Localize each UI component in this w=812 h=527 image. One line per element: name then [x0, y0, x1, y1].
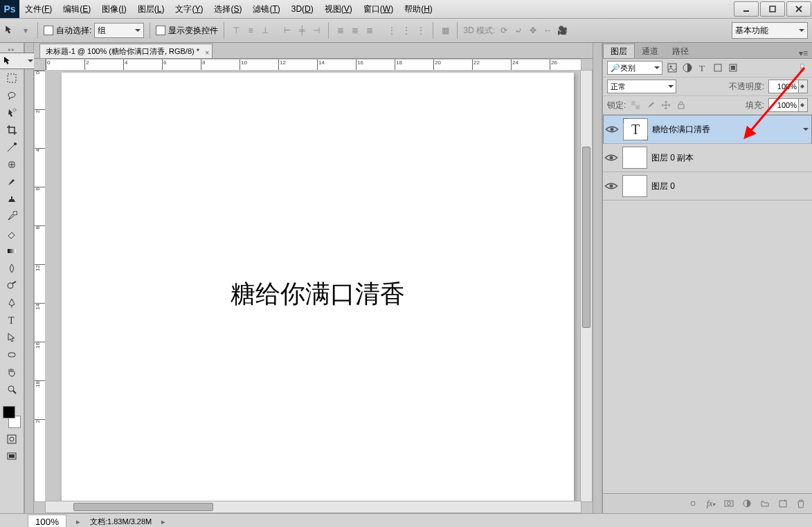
lock-position-icon[interactable]: [660, 100, 671, 111]
zoom-icon[interactable]: 🎥: [556, 24, 568, 37]
vertical-scroll-thumb[interactable]: [582, 147, 590, 328]
distribute-top-icon[interactable]: ≣: [334, 24, 347, 37]
filter-toggle[interactable]: [797, 62, 808, 73]
distribute-right-icon[interactable]: ⋮: [415, 24, 427, 37]
new-layer-icon[interactable]: [777, 498, 788, 509]
maximize-button[interactable]: [760, 1, 785, 17]
blur-tool[interactable]: [2, 260, 21, 277]
auto-select-target[interactable]: 组: [94, 23, 144, 38]
align-top-icon[interactable]: ⊤: [230, 24, 242, 37]
horizontal-scrollbar[interactable]: [45, 501, 581, 513]
distribute-left-icon[interactable]: ⋮: [386, 24, 398, 37]
eraser-tool[interactable]: [2, 225, 21, 242]
auto-select-checkbox[interactable]: 自动选择:: [44, 25, 91, 37]
eyedropper-tool[interactable]: [2, 139, 21, 156]
filter-pixel-icon[interactable]: [667, 62, 678, 73]
marquee-tool[interactable]: [2, 70, 21, 86]
layer-name[interactable]: 图层 0: [651, 181, 675, 192]
path-select-tool[interactable]: [2, 329, 21, 346]
move-tool[interactable]: [0, 53, 37, 69]
tools-grip[interactable]: ▸▸: [0, 46, 24, 53]
quick-select-tool[interactable]: [2, 104, 21, 121]
visibility-toggle[interactable]: [605, 122, 619, 136]
collapsed-panel-left[interactable]: [24, 43, 34, 513]
tab-layers[interactable]: 图层: [603, 44, 635, 58]
close-tab-icon[interactable]: ×: [205, 46, 209, 60]
opacity-input[interactable]: [768, 80, 808, 93]
gradient-tool[interactable]: [2, 243, 21, 259]
layer-name[interactable]: 糖给你满口清香: [652, 124, 710, 136]
menu-item[interactable]: 滤镜(T): [247, 0, 285, 18]
visibility-toggle[interactable]: [604, 151, 618, 165]
type-tool[interactable]: T: [2, 312, 21, 329]
menu-item[interactable]: 选择(S): [208, 0, 247, 18]
lock-paint-icon[interactable]: [645, 100, 656, 111]
layer-row[interactable]: T糖给你满口清香: [603, 115, 812, 144]
visibility-toggle[interactable]: [604, 179, 618, 193]
layer-row[interactable]: 图层 0: [603, 172, 812, 201]
align-right-icon[interactable]: ⊣: [310, 24, 323, 37]
zoom-field[interactable]: [28, 515, 66, 527]
layer-thumbnail[interactable]: [622, 175, 647, 197]
tab-channels[interactable]: 通道: [635, 44, 665, 58]
menu-item[interactable]: 文件(F): [19, 0, 57, 18]
menu-item[interactable]: 视图(V): [319, 0, 358, 18]
healing-tool[interactable]: [2, 156, 21, 173]
layer-thumbnail[interactable]: [622, 147, 647, 169]
layer-style-icon[interactable]: fx▾: [705, 498, 716, 509]
adjustment-layer-icon[interactable]: [741, 498, 752, 509]
filter-type-dropdown[interactable]: 🔎 类别: [607, 61, 662, 75]
auto-align-icon[interactable]: ▦: [439, 24, 451, 37]
pen-tool[interactable]: [2, 295, 21, 311]
align-hcenter-icon[interactable]: ╪: [296, 24, 308, 37]
slide-icon[interactable]: ↔: [541, 24, 554, 37]
document-tab[interactable]: 未标题-1 @ 100% (糖给你满口清香, RGB/8) * ×: [39, 44, 213, 58]
canvas[interactable]: 糖给你满口清香: [62, 73, 574, 502]
link-layers-icon[interactable]: [687, 498, 698, 509]
fill-field[interactable]: [768, 98, 799, 112]
align-left-icon[interactable]: ⊢: [281, 24, 294, 37]
panel-menu-icon[interactable]: ▾≡: [795, 48, 812, 58]
distribute-vcenter-icon[interactable]: ≣: [349, 24, 361, 37]
status-menu-arrow[interactable]: ▸: [161, 517, 165, 526]
collapsed-panel-right[interactable]: [593, 43, 602, 513]
zoom-tool[interactable]: [2, 381, 21, 398]
color-swatches[interactable]: [1, 401, 23, 430]
menu-item[interactable]: 文字(Y): [170, 0, 208, 18]
filter-adjust-icon[interactable]: [682, 62, 693, 73]
filter-smart-icon[interactable]: [728, 62, 739, 73]
workspace-switcher[interactable]: 基本功能: [732, 22, 808, 39]
screen-mode-toggle[interactable]: [2, 448, 21, 465]
opacity-field[interactable]: [768, 80, 799, 93]
menu-item[interactable]: 图像(I): [96, 0, 132, 18]
vertical-scrollbar[interactable]: [580, 70, 593, 502]
layer-row[interactable]: 图层 0 副本: [603, 144, 812, 172]
lock-all-icon[interactable]: [676, 100, 687, 111]
distribute-bottom-icon[interactable]: ≣: [363, 24, 376, 37]
lasso-tool[interactable]: [2, 87, 21, 104]
filter-shape-icon[interactable]: [712, 62, 723, 73]
chevron-down-icon[interactable]: ▾: [19, 24, 32, 37]
delete-layer-icon[interactable]: [795, 498, 806, 509]
layer-group-icon[interactable]: [759, 498, 770, 509]
menu-item[interactable]: 窗口(W): [358, 0, 399, 18]
layer-thumbnail[interactable]: T: [623, 118, 648, 140]
fill-input[interactable]: [768, 99, 808, 111]
menu-item[interactable]: 图层(L): [132, 0, 170, 18]
close-button[interactable]: [786, 1, 811, 17]
align-vcenter-icon[interactable]: ≡: [244, 24, 257, 37]
history-brush-tool[interactable]: [2, 208, 21, 225]
status-arrow-icon[interactable]: ▸: [76, 517, 80, 526]
show-transform-checkbox[interactable]: 显示变换控件: [156, 25, 218, 37]
menu-item[interactable]: 3D(D): [286, 0, 319, 18]
brush-tool[interactable]: [2, 174, 21, 190]
orbit-icon[interactable]: ⟳: [498, 24, 510, 37]
lock-transparency-icon[interactable]: [630, 100, 641, 111]
menu-item[interactable]: 编辑(E): [57, 0, 96, 18]
horizontal-scroll-thumb[interactable]: [73, 503, 213, 511]
tab-paths[interactable]: 路径: [665, 44, 696, 58]
minimize-button[interactable]: [734, 1, 759, 17]
filter-type-icon[interactable]: T: [697, 62, 708, 73]
pan-icon[interactable]: ✥: [527, 24, 539, 37]
layer-name[interactable]: 图层 0 副本: [651, 152, 694, 164]
